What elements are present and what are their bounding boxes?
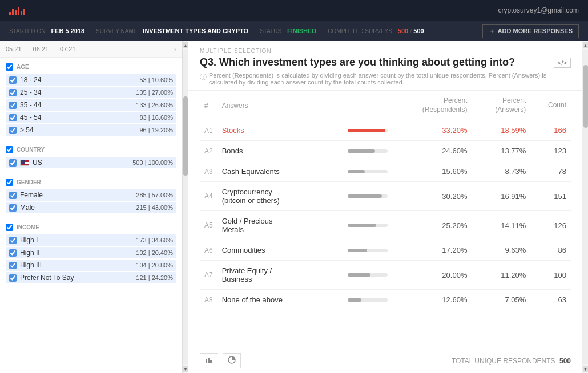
table-footer: TOTAL UNIQUE RESPONDENTS 500 <box>188 348 582 373</box>
sidebar-scroll-thumb <box>183 96 188 176</box>
table-row: A2 Bonds 24.60% 13.77% 123 <box>200 141 571 161</box>
survey-bar: STARTED ON: FEB 5 2018 SURVEY NAME: INVE… <box>0 21 588 41</box>
sidebar-scroll-up[interactable]: ▲ <box>183 42 188 48</box>
gender-section-header: GENDER <box>6 176 176 188</box>
country-us-checkbox[interactable] <box>9 159 17 167</box>
answer-count: 126 <box>530 211 571 240</box>
question-info: ⓘ Percent (Respondents) is calculated by… <box>200 72 571 86</box>
gender-section-checkbox[interactable] <box>6 179 13 186</box>
completed-surveys: COMPLETED SURVEYS: 500 / 500 <box>328 27 424 34</box>
content-scrollbar: ▲ ▼ <box>582 41 588 373</box>
main-layout: 05:21 06:21 07:21 › AGE 18 - 24 53 | 10.… <box>0 41 588 373</box>
answer-text: Bonds <box>218 141 344 161</box>
gender-male-checkbox[interactable] <box>9 204 17 212</box>
bar-chart-button[interactable] <box>200 353 218 368</box>
content-scroll-down[interactable]: ▼ <box>583 366 589 372</box>
age-section-checkbox[interactable] <box>6 63 13 71</box>
col-count: Count <box>530 91 571 120</box>
content-scroll-track <box>583 49 588 365</box>
income-high-i-checkbox[interactable] <box>9 237 17 244</box>
bar-fill <box>348 249 367 252</box>
results-table: # Answers Percent(Respondents) Percent(A… <box>200 91 571 310</box>
add-responses-button[interactable]: ＋ ADD MORE RESPONSES <box>482 24 579 38</box>
income-high-iii-checkbox[interactable] <box>9 262 17 269</box>
bar-container <box>348 129 388 132</box>
pct-respondents: 25.20% <box>392 211 472 240</box>
age-35-44-checkbox[interactable] <box>9 102 17 109</box>
timeline-bar: 05:21 06:21 07:21 › <box>0 41 182 58</box>
pie-chart-button[interactable] <box>223 353 241 368</box>
svg-rect-1 <box>208 358 210 363</box>
question-type-label: MULTIPLE SELECTION <box>200 48 571 54</box>
embed-button[interactable]: </> <box>554 58 571 68</box>
answer-id: A6 <box>200 240 218 261</box>
bar-fill <box>348 149 375 153</box>
age-section-header: AGE <box>6 61 176 73</box>
bar-container <box>348 149 388 153</box>
total-respondents: TOTAL UNIQUE RESPONDENTS 500 <box>452 357 571 365</box>
age-45-54-checkbox[interactable] <box>9 114 17 121</box>
answer-text: Stocks <box>218 120 344 141</box>
age-35-44: 35 - 44 133 | 26.60% <box>6 99 176 111</box>
income-section-header: INCOME <box>6 221 176 233</box>
time-1: 05:21 <box>6 46 22 52</box>
bar-fill <box>348 129 385 132</box>
answer-text: Cash Equivalents <box>218 161 344 182</box>
age-45-54: 45 - 54 83 | 16.60% <box>6 112 176 123</box>
question-title: Q3. Which investment types are you think… <box>200 56 571 68</box>
bar-chart-icon <box>205 356 213 364</box>
answer-count: 86 <box>530 240 571 261</box>
svg-rect-2 <box>210 360 212 363</box>
answer-bar <box>343 182 392 211</box>
answer-count: 100 <box>530 261 571 290</box>
bar-fill <box>348 224 376 227</box>
table-header-row: # Answers Percent(Respondents) Percent(A… <box>200 91 571 120</box>
us-flag-icon <box>20 160 29 166</box>
sidebar: 05:21 06:21 07:21 › AGE 18 - 24 53 | 10.… <box>0 41 183 373</box>
filter-section-age: AGE 18 - 24 53 | 10.60% 25 - 34 135 | 27… <box>0 58 182 140</box>
answer-bar <box>343 120 392 141</box>
bar-container <box>348 194 388 198</box>
col-hash: # <box>200 91 218 120</box>
content-scroll-up[interactable]: ▲ <box>583 42 589 48</box>
logo-icon <box>9 5 25 15</box>
col-pct-answers: Percent(Answers) <box>472 91 530 120</box>
bar-fill <box>348 170 365 173</box>
col-answers: Answers <box>218 91 344 120</box>
pct-respondents: 20.00% <box>392 261 472 290</box>
country-us: US 500 | 100.00% <box>6 157 176 168</box>
income-section-checkbox[interactable] <box>6 224 13 231</box>
pct-answers: 8.73% <box>472 161 530 182</box>
answer-bar <box>343 161 392 182</box>
info-icon: ⓘ <box>200 72 207 82</box>
answer-bar <box>343 261 392 290</box>
age-18-24-checkbox[interactable] <box>9 76 17 84</box>
pct-respondents: 33.20% <box>392 120 472 141</box>
table-row: A3 Cash Equivalents 15.60% 8.73% 78 <box>200 161 571 182</box>
pct-respondents: 12.60% <box>392 290 472 310</box>
answer-text: Private Equity /Business <box>218 261 344 290</box>
age-54-plus-checkbox[interactable] <box>9 127 17 134</box>
sidebar-scroll-track <box>183 49 188 365</box>
income-high-ii-checkbox[interactable] <box>9 249 17 257</box>
answer-id: A5 <box>200 211 218 240</box>
age-18-24: 18 - 24 53 | 10.60% <box>6 74 176 86</box>
filter-section-income: INCOME High I 173 | 34.60% High II 102 |… <box>0 218 182 288</box>
income-prefer-not-checkbox[interactable] <box>9 274 17 282</box>
answer-count: 151 <box>530 182 571 211</box>
answer-count: 78 <box>530 161 571 182</box>
gender-female-checkbox[interactable] <box>9 192 17 199</box>
country-section-checkbox[interactable] <box>6 146 13 153</box>
scroll-right-arrow[interactable]: › <box>174 44 176 54</box>
pct-answers: 14.11% <box>472 211 530 240</box>
sidebar-scroll-down[interactable]: ▼ <box>183 366 188 372</box>
bar-fill <box>348 273 370 277</box>
answer-id: A4 <box>200 182 218 211</box>
svg-rect-0 <box>206 359 207 363</box>
pct-answers: 13.77% <box>472 141 530 161</box>
income-high-i: High I 173 | 34.60% <box>6 234 176 246</box>
age-25-34-checkbox[interactable] <box>9 89 17 96</box>
answer-count: 166 <box>530 120 571 141</box>
bar-container <box>348 170 388 173</box>
logo-area <box>9 5 25 15</box>
